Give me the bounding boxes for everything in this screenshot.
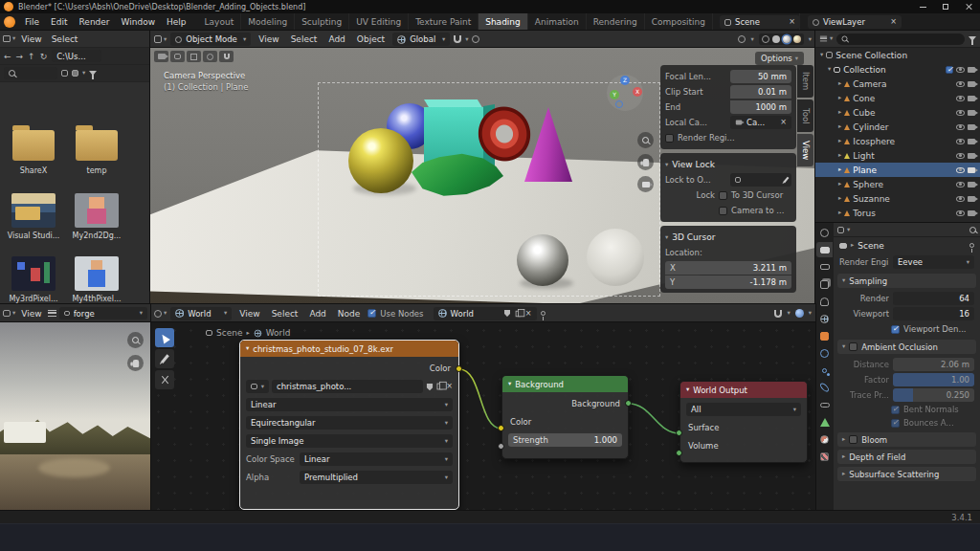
gizmo-axis-y[interactable]: Y	[610, 90, 619, 99]
display-mode-list-icon[interactable]	[61, 70, 68, 77]
minimize-button[interactable]	[911, 0, 934, 13]
maximize-button[interactable]	[934, 0, 957, 13]
file-tile-my4thpixel[interactable]: My4thPixel...	[69, 256, 124, 303]
overlays-chevron-icon[interactable]	[809, 36, 812, 43]
close-button[interactable]	[957, 0, 980, 13]
nav-up-icon[interactable]: ↑	[28, 52, 35, 61]
image-datablock-selector[interactable]: forge	[59, 307, 147, 320]
viewport-menu-add[interactable]: Add	[324, 34, 348, 44]
snap-magnet-icon[interactable]	[774, 310, 782, 318]
eyedropper-icon[interactable]	[783, 177, 789, 183]
object-sphere-white[interactable]	[587, 229, 644, 286]
nav-forward-icon[interactable]: →	[16, 52, 24, 61]
expand-icon[interactable]	[828, 66, 831, 73]
gizmo-toggle-icon[interactable]	[738, 35, 746, 43]
node-header[interactable]: World Output	[680, 382, 807, 398]
outliner-search-input[interactable]	[836, 33, 965, 45]
blender-menu-icon[interactable]	[4, 16, 15, 28]
target-dropdown[interactable]: All	[686, 403, 801, 416]
editor-type-button[interactable]	[3, 310, 15, 317]
render-camera-icon[interactable]	[968, 167, 975, 173]
properties-tab-particles[interactable]	[816, 363, 833, 378]
editor-type-button[interactable]	[819, 35, 833, 42]
display-mode-thumbnails-icon[interactable]	[72, 70, 78, 77]
camera-view-icon[interactable]	[154, 51, 168, 62]
render-camera-icon[interactable]	[968, 196, 975, 202]
outliner-row-suzanne[interactable]: Suzanne	[815, 191, 980, 206]
expand-icon[interactable]	[838, 152, 841, 159]
properties-tab-tool[interactable]	[816, 225, 833, 240]
hide-eye-icon[interactable]	[956, 153, 965, 159]
tweak-tool-button[interactable]	[155, 328, 174, 347]
pan-gizmo-button[interactable]	[637, 154, 654, 170]
viewlayer-clear-icon[interactable]: ×	[890, 18, 897, 26]
link-cut-tool-button[interactable]	[155, 370, 174, 389]
projection-dropdown[interactable]: Equirectangular	[246, 416, 453, 430]
nav-back-icon[interactable]: ←	[4, 52, 11, 61]
expand-icon[interactable]	[838, 166, 841, 173]
snap-magnet-icon[interactable]	[454, 35, 461, 43]
hide-eye-icon[interactable]	[956, 96, 965, 101]
properties-tab-render[interactable]	[816, 242, 833, 257]
editor-type-button[interactable]	[3, 35, 15, 42]
fake-user-icon[interactable]	[427, 383, 434, 390]
socket-color-output[interactable]	[456, 365, 462, 372]
strength-slider[interactable]: Strength1.000	[508, 433, 622, 447]
viewport-denoise-checkbox[interactable]	[891, 325, 900, 334]
render-camera-icon[interactable]	[968, 210, 975, 216]
viewport-menu-select[interactable]: Select	[287, 34, 322, 44]
properties-tab-data[interactable]	[816, 414, 833, 430]
gizmo-axis-z[interactable]: Z	[620, 76, 630, 85]
color-space-dropdown[interactable]: Linear	[300, 452, 453, 466]
viewport-menu-view[interactable]: View	[255, 34, 282, 44]
properties-tab-material[interactable]	[816, 431, 833, 447]
view-lock-header[interactable]: View Lock	[665, 157, 791, 172]
gizmo-axis-x[interactable]: X	[633, 87, 642, 97]
properties-tab-modifiers[interactable]	[816, 345, 833, 361]
ao-section-header[interactable]: Ambient Occlusion	[837, 340, 976, 354]
properties-tab-output[interactable]	[816, 259, 833, 275]
menu-window[interactable]: Window	[116, 17, 162, 27]
bent-normals-checkbox[interactable]	[891, 406, 900, 414]
object-sphere-chrome[interactable]	[517, 234, 568, 286]
shading-wireframe-icon[interactable]	[762, 35, 769, 43]
annotate-tool-button[interactable]	[155, 349, 174, 368]
file-browser-menu-view[interactable]: View	[17, 34, 45, 44]
overlay-toggle-icon[interactable]	[795, 309, 804, 318]
outliner-row-torus[interactable]: Torus	[815, 206, 980, 220]
shader-menu-add[interactable]: Add	[305, 309, 329, 319]
local-camera-field[interactable]: Ca...×	[730, 116, 791, 129]
object-torus-red[interactable]	[472, 100, 537, 168]
outliner-row-light[interactable]: Light	[815, 148, 980, 163]
to-3d-cursor-checkbox[interactable]	[719, 191, 727, 200]
outliner-row-cone[interactable]: Cone	[815, 91, 980, 105]
render-camera-icon[interactable]	[968, 110, 975, 116]
render-region-checkbox[interactable]	[665, 134, 674, 143]
workspace-tab-rendering[interactable]: Rendering	[587, 13, 645, 30]
object-sphere-gold[interactable]	[348, 128, 413, 193]
pin-icon[interactable]	[969, 243, 974, 248]
render-camera-icon[interactable]	[968, 67, 975, 73]
workspace-tab-uv-editing[interactable]: UV Editing	[349, 13, 409, 30]
workspace-tab-layout[interactable]: Layout	[198, 13, 242, 30]
hide-eye-icon[interactable]	[956, 196, 965, 202]
expand-icon[interactable]	[838, 95, 841, 101]
file-browser-menu-select[interactable]: Select	[48, 34, 82, 44]
shader-editor-canvas[interactable]: Scene World christmas_photo_studio_07_8k…	[150, 322, 815, 510]
cursor-x-field[interactable]: X3.211 m	[665, 261, 791, 275]
workspace-tab-sculpting[interactable]: Sculpting	[295, 13, 349, 30]
expand-icon[interactable]	[838, 181, 841, 187]
file-tile-visual-studio[interactable]: Visual Studi...	[6, 193, 61, 240]
socket-strength-input[interactable]	[498, 443, 504, 450]
filter-icon[interactable]	[89, 71, 97, 76]
image-menu-view[interactable]: View	[18, 309, 44, 319]
menu-file[interactable]: File	[19, 17, 45, 27]
node-header[interactable]: christmas_photo_studio_07_8k.exr	[240, 341, 458, 357]
menu-help[interactable]: Help	[161, 17, 192, 27]
axis-overlay-icon[interactable]	[203, 51, 217, 62]
unlink-icon[interactable]: ×	[446, 383, 453, 390]
bloom-checkbox[interactable]	[849, 435, 858, 444]
node-background[interactable]: Background Background Color Strength1.00…	[501, 375, 629, 459]
collapse-icon[interactable]	[246, 345, 249, 352]
expand-icon[interactable]	[838, 138, 841, 144]
